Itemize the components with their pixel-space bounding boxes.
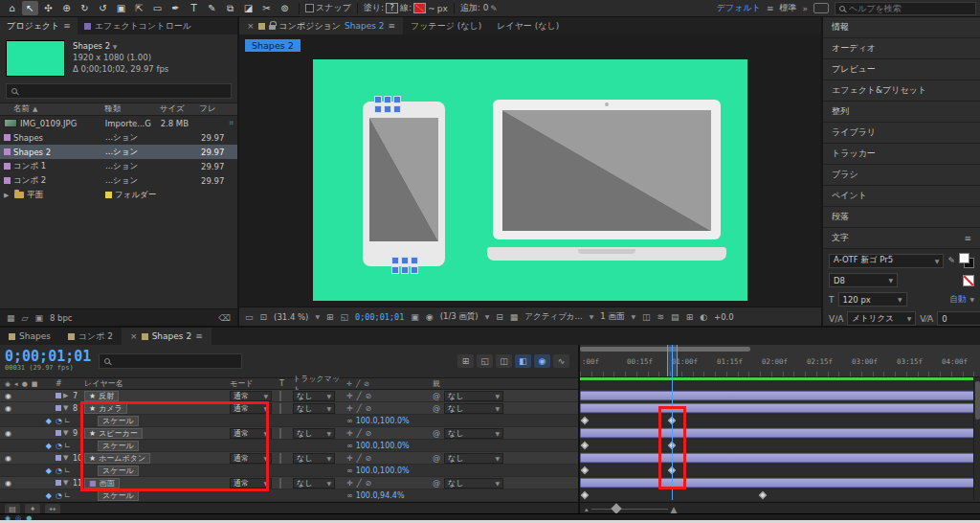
column-name[interactable]: 名前 ▲: [0, 103, 104, 115]
chevron-down-icon[interactable]: ▼: [113, 43, 118, 50]
eye-icon[interactable]: ◉: [5, 454, 11, 463]
twirl-icon[interactable]: ▼: [63, 429, 71, 437]
twirl-icon[interactable]: ▼: [63, 404, 71, 412]
eraser-tool[interactable]: ◪: [240, 1, 256, 15]
label-color-chip[interactable]: [105, 192, 112, 198]
panel-header[interactable]: ライブラリ: [823, 123, 980, 144]
twirl-icon[interactable]: ▶: [4, 192, 11, 199]
exposure-icon[interactable]: ◐: [700, 312, 707, 322]
column-parent[interactable]: 親: [433, 378, 578, 389]
work-area-bar[interactable]: [580, 347, 750, 352]
panel-header[interactable]: 段落: [823, 207, 980, 228]
orbit-camera-tool[interactable]: ↻: [77, 1, 93, 15]
fx-switch-icon[interactable]: ⊘: [366, 404, 372, 413]
track-row[interactable]: [580, 452, 980, 465]
current-time-display[interactable]: 0;00;01;01: [5, 350, 91, 365]
label-color-chip[interactable]: [4, 177, 11, 184]
view-layout-select[interactable]: 1 画面: [600, 311, 624, 323]
transform-switch-icon[interactable]: ✛: [346, 429, 353, 438]
column-type[interactable]: 種類: [104, 103, 160, 115]
chevron-down-icon[interactable]: ▼: [485, 313, 490, 320]
layer-duration-bar[interactable]: [580, 428, 980, 438]
track-row[interactable]: [580, 402, 980, 415]
stopwatch-icon[interactable]: ◔: [56, 466, 62, 475]
track-row[interactable]: [580, 415, 980, 427]
panel-menu-icon[interactable]: ≡: [195, 331, 203, 341]
new-folder-icon[interactable]: ▱: [22, 313, 29, 323]
composition-mini-flowchart-icon[interactable]: ⊞: [457, 354, 474, 368]
quality-switch-icon[interactable]: ╱: [357, 429, 362, 438]
add-pen-icon[interactable]: ✎: [490, 4, 498, 13]
label-color-chip[interactable]: [4, 134, 11, 141]
transparency-grid-icon[interactable]: ▦: [510, 312, 519, 322]
layer-name-box[interactable]: ★ ホームボタン: [84, 453, 150, 464]
pen-tool[interactable]: ✒: [167, 1, 184, 15]
parent-pickwhip-icon[interactable]: @: [433, 479, 440, 488]
project-row[interactable]: ▶ 平面 フォルダー ⌗: [0, 188, 237, 202]
label-color-chip[interactable]: [4, 148, 11, 155]
type-tool[interactable]: T: [186, 1, 202, 15]
panel-menu-icon[interactable]: ≡: [63, 21, 71, 31]
property-name-box[interactable]: スケール: [98, 466, 139, 476]
fx-switch-icon[interactable]: ⊘: [366, 392, 372, 400]
timeline-tab[interactable]: Shapes: [0, 328, 59, 345]
chevron-down-icon[interactable]: ▼: [590, 313, 594, 320]
project-row[interactable]: コンポ 2 ...ション 29.97 ⌗: [0, 173, 237, 188]
laptop-illustration[interactable]: [493, 100, 721, 239]
timeline-row[interactable]: ◉: [0, 489, 578, 502]
blend-mode-select[interactable]: 通常 ▼: [230, 478, 272, 489]
frame-blend-icon[interactable]: ◧: [515, 354, 531, 368]
preserve-transparency-checkbox[interactable]: [279, 428, 281, 439]
pixel-aspect-icon[interactable]: ◫: [642, 312, 651, 322]
composition-canvas[interactable]: [313, 59, 747, 301]
column-size[interactable]: サイズ: [160, 103, 200, 115]
stroke-color-swatch[interactable]: [413, 3, 426, 13]
help-search-box[interactable]: [835, 2, 976, 15]
lock-icon[interactable]: ■: [32, 380, 38, 388]
timeline-row[interactable]: ◉ ▼ 9 ★ スピーカー: [0, 427, 578, 440]
stroke-width-value[interactable]: ~: [428, 4, 435, 13]
track-row[interactable]: [580, 477, 980, 489]
current-time-display[interactable]: 0;00;01;01: [355, 312, 404, 322]
label-color-chip[interactable]: [56, 480, 61, 486]
column-preserve-transparency[interactable]: T: [279, 379, 293, 388]
blend-mode-select[interactable]: 通常 ▼: [230, 391, 272, 401]
project-row[interactable]: Shapes ...ション 29.97 ⌗: [0, 130, 237, 145]
comp-preview-thumbnail[interactable]: [6, 40, 65, 77]
kerning-select[interactable]: メトリクス ▼: [847, 311, 916, 326]
panel-header[interactable]: プレビュー: [823, 59, 980, 80]
keyframe-navigator-icon[interactable]: ◆: [46, 466, 52, 475]
eyedropper-icon[interactable]: ✎: [947, 256, 955, 265]
preserve-transparency-checkbox[interactable]: [279, 478, 281, 489]
transform-switch-icon[interactable]: ✛: [346, 479, 353, 488]
parent-select[interactable]: なし ▼: [444, 391, 503, 401]
keyframe-icon[interactable]: [581, 442, 589, 449]
panel-header-character[interactable]: 文字 ≡: [823, 228, 980, 249]
parent-select[interactable]: なし ▼: [444, 403, 503, 414]
transform-switch-icon[interactable]: ✛: [346, 404, 353, 413]
timeline-vertical-scrollbar[interactable]: [973, 377, 980, 500]
fx-switch-icon[interactable]: ⊘: [366, 479, 372, 488]
property-name-box[interactable]: スケール: [98, 441, 139, 451]
label-color-chip[interactable]: [56, 455, 61, 461]
workspace-menu-icon[interactable]: ≡: [767, 4, 774, 13]
quality-switch-icon[interactable]: ╱: [357, 404, 362, 413]
track-matte-select[interactable]: なし ▼: [293, 403, 335, 414]
panel-menu-icon[interactable]: ≡: [389, 21, 396, 31]
fx-switch-icon[interactable]: ⊘: [366, 429, 372, 438]
project-row[interactable]: コンポ 1 ...ション 29.97 ⌗: [0, 159, 237, 173]
camera-tool[interactable]: ▣: [113, 1, 129, 15]
parent-pickwhip-icon[interactable]: @: [433, 429, 440, 438]
quality-switch-icon[interactable]: ╱: [357, 479, 362, 488]
tab-composition[interactable]: × コンポジション Shapes 2 ≡: [239, 17, 403, 34]
eye-icon[interactable]: ◉: [5, 392, 11, 400]
tab-effect-controls[interactable]: エフェクトコントロール: [78, 17, 198, 34]
exposure-value[interactable]: +0.0: [714, 312, 734, 322]
close-icon[interactable]: ×: [130, 331, 138, 341]
timeline-row[interactable]: ◉ ▼ 10 ★ ホームボタン: [0, 452, 578, 465]
roto-brush-tool[interactable]: ✂: [258, 1, 275, 15]
track-row[interactable]: [580, 390, 980, 402]
track-row[interactable]: [580, 427, 980, 440]
timeline-row[interactable]: ◉ ▼ 11 ■ 画面: [0, 477, 578, 489]
active-camera-select[interactable]: アクティブカ...: [524, 311, 582, 323]
